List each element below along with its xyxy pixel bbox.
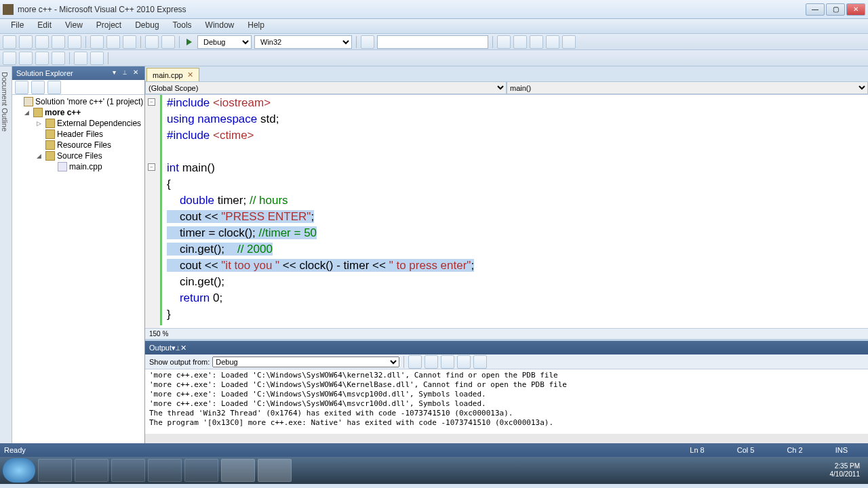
toolbar-separator <box>108 52 108 64</box>
cut-button[interactable] <box>90 35 104 49</box>
document-outline-tab[interactable]: Document Outline <box>0 66 12 137</box>
output-from-dropdown[interactable]: Debug <box>212 357 399 367</box>
project-icon <box>33 108 43 117</box>
code-editor[interactable]: − − #include <iostream> using namespace … <box>145 95 868 328</box>
dropdown-icon[interactable]: ▾ <box>109 68 119 78</box>
solution-explorer-header: Solution Explorer ▾ ⟂ ✕ <box>12 66 144 80</box>
text-tb-3[interactable] <box>35 52 49 65</box>
config-dropdown[interactable]: Debug <box>197 35 252 49</box>
show-all-button[interactable] <box>31 81 45 94</box>
solution-tree[interactable]: Solution 'more c++' (1 project) ◢more c+… <box>12 95 144 443</box>
output-scrollbar[interactable] <box>145 434 868 443</box>
refresh-button[interactable] <box>47 81 61 94</box>
add-item-button[interactable] <box>19 35 33 49</box>
tree-source-files[interactable]: ◢Source Files <box>12 150 144 161</box>
taskbar-explorer[interactable] <box>111 459 145 482</box>
output-text[interactable]: 'more c++.exe': Loaded 'C:\Windows\SysWO… <box>145 369 868 434</box>
taskbar-ie[interactable] <box>184 459 218 482</box>
start-debug-button[interactable] <box>186 39 192 45</box>
output-header: Output ▾ ⟂ ✕ <box>145 341 868 354</box>
text-tb-1[interactable] <box>3 52 16 65</box>
open-button[interactable] <box>35 35 49 49</box>
status-ch: Ch 2 <box>787 446 802 454</box>
scope-dropdown-right[interactable]: main() <box>507 81 868 94</box>
out-tb-1[interactable] <box>408 355 422 369</box>
menu-view[interactable]: View <box>58 19 90 33</box>
folder-icon <box>45 151 55 161</box>
paste-button[interactable] <box>123 35 136 49</box>
status-ins: INS <box>835 446 848 454</box>
pin-icon[interactable]: ⟂ <box>120 68 130 78</box>
text-tb-4[interactable] <box>52 52 65 65</box>
tb-extra-5[interactable] <box>562 35 576 49</box>
taskbar-app-4[interactable] <box>148 459 182 482</box>
tree-header-files[interactable]: Header Files <box>12 129 144 140</box>
save-all-button[interactable] <box>68 35 81 49</box>
taskbar: 2:35 PM 4/10/2011 <box>0 457 868 484</box>
window-title: more c++ - Microsoft Visual C++ 2010 Exp… <box>18 5 806 14</box>
save-button[interactable] <box>52 35 65 49</box>
tray-time: 2:35 PM <box>830 462 861 470</box>
status-col: Col 5 <box>737 446 755 454</box>
taskbar-app-1[interactable] <box>38 459 72 482</box>
status-ready: Ready <box>4 446 26 454</box>
pin-icon[interactable]: ⟂ <box>176 344 180 352</box>
close-panel-icon[interactable]: ✕ <box>180 344 186 352</box>
maximize-button[interactable]: ▢ <box>826 3 845 16</box>
tb-extra-3[interactable] <box>530 35 543 49</box>
menu-edit[interactable]: Edit <box>31 19 58 33</box>
output-title: Output <box>149 344 172 352</box>
minimize-button[interactable]: — <box>806 3 825 16</box>
tree-project[interactable]: ◢more c++ <box>12 107 144 118</box>
close-panel-icon[interactable]: ✕ <box>131 68 140 78</box>
undo-button[interactable] <box>145 35 159 49</box>
system-tray[interactable]: 2:35 PM 4/10/2011 <box>825 462 866 479</box>
output-toolbar: Show output from: Debug <box>145 354 868 369</box>
comment-button[interactable] <box>74 52 87 65</box>
close-tab-icon[interactable]: ✕ <box>187 70 193 79</box>
platform-dropdown[interactable]: Win32 <box>254 35 352 49</box>
taskbar-app-2[interactable] <box>75 459 108 482</box>
out-tb-3[interactable] <box>441 355 454 369</box>
toolbar-separator <box>140 36 141 48</box>
tb-extra-2[interactable] <box>513 35 527 49</box>
folder-icon <box>45 119 55 128</box>
redo-button[interactable] <box>161 35 175 49</box>
new-project-button[interactable] <box>3 35 16 49</box>
tree-solution[interactable]: Solution 'more c++' (1 project) <box>12 96 144 107</box>
scope-dropdown-left[interactable]: (Global Scope) <box>145 81 507 94</box>
taskbar-vs[interactable] <box>258 459 292 482</box>
tree-external-deps[interactable]: ▷External Dependencies <box>12 118 144 129</box>
menu-file[interactable]: File <box>4 19 31 33</box>
toolbar-text <box>0 50 868 66</box>
close-button[interactable]: ✕ <box>846 3 865 16</box>
toolbar-separator <box>69 52 70 64</box>
uncomment-button[interactable] <box>90 52 104 65</box>
zoom-level[interactable]: 150 % <box>149 330 168 338</box>
toolbar-separator <box>179 36 180 48</box>
menu-project[interactable]: Project <box>90 19 128 33</box>
text-tb-2[interactable] <box>19 52 33 65</box>
find-button[interactable] <box>361 35 374 49</box>
menu-help[interactable]: Help <box>241 19 271 33</box>
menu-tools[interactable]: Tools <box>166 19 199 33</box>
tb-extra-1[interactable] <box>497 35 511 49</box>
copy-button[interactable] <box>106 35 120 49</box>
tree-resource-files[interactable]: Resource Files <box>12 140 144 150</box>
scope-bar: (Global Scope) main() <box>145 81 868 95</box>
out-tb-2[interactable] <box>425 355 438 369</box>
clear-output-button[interactable] <box>457 355 471 369</box>
toolbar-main: Debug Win32 <box>0 34 868 50</box>
file-tab-main-cpp[interactable]: main.cpp ✕ <box>146 68 199 81</box>
taskbar-app-6[interactable] <box>221 459 255 482</box>
menu-window[interactable]: Window <box>199 19 241 33</box>
tree-main-cpp[interactable]: main.cpp <box>12 161 144 172</box>
word-wrap-button[interactable] <box>473 355 487 369</box>
start-button[interactable] <box>3 458 35 483</box>
app-icon <box>3 4 14 15</box>
find-input[interactable] <box>377 35 488 49</box>
tb-extra-4[interactable] <box>546 35 559 49</box>
menu-debug[interactable]: Debug <box>128 19 165 33</box>
properties-button[interactable] <box>15 81 28 94</box>
status-line: Ln 8 <box>690 446 704 454</box>
